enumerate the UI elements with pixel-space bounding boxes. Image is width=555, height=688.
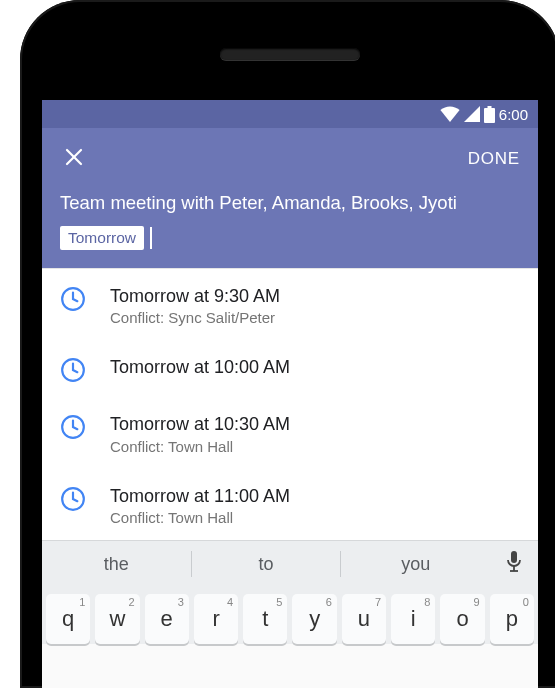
suggestion-secondary: Conflict: Sync Salit/Peter: [110, 309, 520, 326]
key-letter: o: [456, 606, 468, 632]
suggestion-row[interactable]: Tomorrow at 9:30 AM Conflict: Sync Salit…: [42, 269, 538, 340]
keyboard-key-i[interactable]: 8i: [391, 594, 435, 644]
close-icon: [64, 147, 84, 171]
svg-rect-8: [511, 551, 517, 563]
keyboard-key-r[interactable]: 4r: [194, 594, 238, 644]
key-number-hint: 7: [375, 596, 381, 608]
keyboard-key-p[interactable]: 0p: [490, 594, 534, 644]
keyboard-row: 1q2w3e4r5t6y7u8i9o0p: [46, 594, 534, 644]
time-chip[interactable]: Tomorrow: [60, 226, 144, 250]
screen: 6:00 DONE Team meeting with Peter, Amand…: [42, 100, 538, 688]
phone-speaker: [220, 48, 360, 60]
key-number-hint: 9: [474, 596, 480, 608]
wifi-icon: [440, 106, 460, 122]
key-number-hint: 4: [227, 596, 233, 608]
clock-icon: [60, 357, 86, 383]
key-letter: r: [212, 606, 219, 632]
key-letter: p: [506, 606, 518, 632]
event-title-input[interactable]: Team meeting with Peter, Amanda, Brooks,…: [60, 192, 520, 214]
svg-rect-0: [484, 108, 495, 123]
key-letter: u: [358, 606, 370, 632]
phone-frame: 6:00 DONE Team meeting with Peter, Amand…: [20, 0, 555, 688]
text-cursor: [150, 227, 152, 249]
key-letter: i: [411, 606, 416, 632]
key-number-hint: 6: [326, 596, 332, 608]
close-button[interactable]: [60, 145, 88, 173]
key-letter: q: [62, 606, 74, 632]
suggestion-primary: Tomorrow at 10:00 AM: [110, 355, 520, 379]
suggestion-secondary: Conflict: Town Hall: [110, 438, 520, 455]
key-number-hint: 8: [424, 596, 430, 608]
keyboard-key-o[interactable]: 9o: [440, 594, 484, 644]
clock-icon: [60, 486, 86, 512]
time-suggestions-list: Tomorrow at 9:30 AM Conflict: Sync Salit…: [42, 268, 538, 540]
suggestion-secondary: Conflict: Town Hall: [110, 509, 520, 526]
suggestion-primary: Tomorrow at 10:30 AM: [110, 412, 520, 436]
suggestion-row[interactable]: Tomorrow at 10:30 AM Conflict: Town Hall: [42, 397, 538, 468]
mic-icon: [505, 551, 523, 577]
app-bar: DONE: [42, 128, 538, 190]
suggestion-primary: Tomorrow at 9:30 AM: [110, 284, 520, 308]
key-number-hint: 1: [79, 596, 85, 608]
key-letter: e: [161, 606, 173, 632]
keyboard-suggestion[interactable]: you: [341, 554, 490, 575]
keyboard-key-t[interactable]: 5t: [243, 594, 287, 644]
keyboard-key-w[interactable]: 2w: [95, 594, 139, 644]
keyboard-suggestion[interactable]: to: [192, 554, 341, 575]
mic-button[interactable]: [490, 551, 538, 577]
clock-icon: [60, 414, 86, 440]
keyboard-key-e[interactable]: 3e: [145, 594, 189, 644]
keyboard: 1q2w3e4r5t6y7u8i9o0p: [42, 588, 538, 644]
suggestion-row[interactable]: Tomorrow at 11:00 AM Conflict: Town Hall: [42, 469, 538, 540]
svg-rect-1: [487, 106, 491, 108]
keyboard-suggestion-bar: the to you: [42, 540, 538, 588]
key-number-hint: 3: [178, 596, 184, 608]
key-number-hint: 0: [523, 596, 529, 608]
cell-signal-icon: [464, 106, 480, 122]
keyboard-key-u[interactable]: 7u: [342, 594, 386, 644]
chip-row: Tomorrow: [60, 226, 520, 250]
key-letter: t: [262, 606, 268, 632]
keyboard-suggestion[interactable]: the: [42, 554, 191, 575]
event-input-area[interactable]: Team meeting with Peter, Amanda, Brooks,…: [42, 190, 538, 268]
done-button[interactable]: DONE: [468, 149, 520, 169]
key-number-hint: 5: [276, 596, 282, 608]
status-time: 6:00: [499, 106, 528, 123]
key-letter: w: [110, 606, 126, 632]
suggestion-primary: Tomorrow at 11:00 AM: [110, 484, 520, 508]
key-number-hint: 2: [128, 596, 134, 608]
clock-icon: [60, 286, 86, 312]
battery-icon: [484, 106, 495, 123]
keyboard-key-y[interactable]: 6y: [292, 594, 336, 644]
status-bar: 6:00: [42, 100, 538, 128]
suggestion-row[interactable]: Tomorrow at 10:00 AM: [42, 340, 538, 397]
keyboard-key-q[interactable]: 1q: [46, 594, 90, 644]
key-letter: y: [309, 606, 320, 632]
